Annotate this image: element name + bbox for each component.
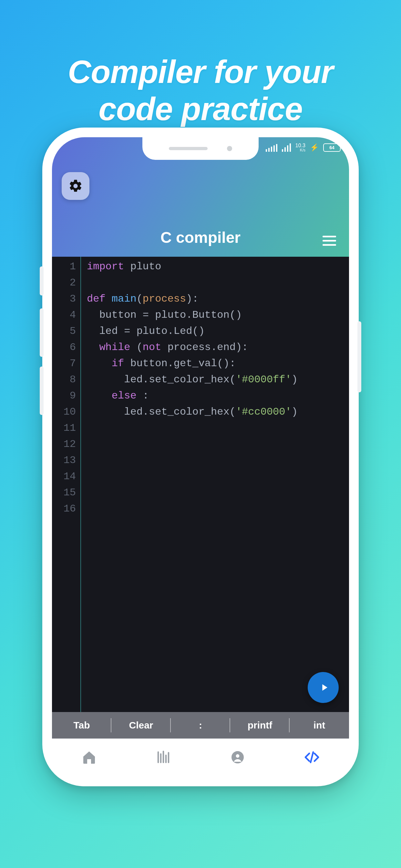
code-line[interactable]: while (not process.end): <box>87 339 298 355</box>
line-number: 6 <box>52 339 76 355</box>
line-number: 4 <box>52 307 76 323</box>
code-line[interactable] <box>87 420 298 436</box>
code-line[interactable]: led.set_color_hex('#cc0000') <box>87 404 298 420</box>
run-button[interactable] <box>308 672 339 703</box>
phone-notch <box>143 137 258 160</box>
nav-code[interactable] <box>304 749 320 766</box>
line-gutter: 12345678910111213141516 <box>52 257 81 712</box>
snippet-tab[interactable]: Tab <box>52 720 112 731</box>
nav-profile[interactable] <box>230 749 245 766</box>
code-line[interactable]: led = pluto.Led() <box>87 323 298 339</box>
line-number: 1 <box>52 259 76 275</box>
code-content[interactable]: import pluto def main(process): button =… <box>81 257 298 712</box>
play-icon <box>319 682 330 693</box>
code-line[interactable] <box>87 275 298 291</box>
speaker-grille <box>169 147 208 150</box>
data-rate: 10.3 K/s <box>296 143 305 152</box>
battery-indicator: 64 <box>323 144 341 152</box>
phone-frame: 10.3 K/s ⚡ 64 C compiler <box>42 128 359 786</box>
code-line[interactable]: led.set_color_hex('#0000ff') <box>87 372 298 388</box>
code-line[interactable] <box>87 436 298 453</box>
phone-volume-down <box>40 367 43 415</box>
headline-line2: code practice <box>0 90 401 128</box>
app-title: C compiler <box>160 228 241 246</box>
line-number: 2 <box>52 275 76 291</box>
snippet-toolbar: TabClear:printfint <box>52 712 349 739</box>
code-line[interactable]: def main(process): <box>87 291 298 307</box>
nav-library[interactable] <box>156 749 171 766</box>
phone-volume-up <box>40 308 43 357</box>
wifi-signal-icon <box>282 144 291 152</box>
phone-mute-switch <box>40 267 43 296</box>
code-line[interactable]: if button.get_val(): <box>87 355 298 372</box>
settings-button[interactable] <box>62 172 89 200</box>
snippet-printf[interactable]: printf <box>230 720 289 731</box>
line-number: 7 <box>52 355 76 372</box>
line-number: 3 <box>52 291 76 307</box>
code-line[interactable] <box>87 501 298 517</box>
phone-screen: 10.3 K/s ⚡ 64 C compiler <box>52 137 349 777</box>
signal-icon <box>266 144 277 152</box>
line-number: 5 <box>52 323 76 339</box>
line-number: 9 <box>52 388 76 404</box>
line-number: 8 <box>52 372 76 388</box>
code-line[interactable] <box>87 485 298 501</box>
snippet-clear[interactable]: Clear <box>112 720 171 731</box>
home-icon <box>81 749 97 765</box>
code-line[interactable]: button = pluto.Button() <box>87 307 298 323</box>
line-number: 16 <box>52 501 76 517</box>
snippet-int[interactable]: int <box>289 720 349 731</box>
promo-headline: Compiler for your code practice <box>0 53 401 128</box>
menu-button[interactable] <box>322 233 338 248</box>
line-number: 15 <box>52 485 76 501</box>
nav-home[interactable] <box>81 749 97 766</box>
code-line[interactable] <box>87 469 298 485</box>
svg-point-1 <box>236 754 240 758</box>
gear-icon <box>68 179 83 193</box>
status-bar: 10.3 K/s ⚡ 64 <box>266 143 341 152</box>
charging-icon: ⚡ <box>310 144 319 152</box>
profile-icon <box>230 749 245 765</box>
line-number: 11 <box>52 420 76 436</box>
code-editor[interactable]: 12345678910111213141516 import pluto def… <box>52 257 349 712</box>
code-line[interactable]: else : <box>87 388 298 404</box>
phone-power-button <box>358 321 361 392</box>
line-number: 14 <box>52 469 76 485</box>
front-camera <box>227 146 232 151</box>
bottom-nav <box>52 739 349 777</box>
line-number: 12 <box>52 436 76 453</box>
hamburger-icon <box>322 236 336 237</box>
line-number: 10 <box>52 404 76 420</box>
code-line[interactable] <box>87 453 298 469</box>
snippet-[interactable]: : <box>171 720 230 731</box>
headline-line1: Compiler for your <box>0 53 401 90</box>
library-icon <box>156 749 171 765</box>
code-line[interactable]: import pluto <box>87 259 298 275</box>
line-number: 13 <box>52 453 76 469</box>
code-icon <box>304 749 320 765</box>
